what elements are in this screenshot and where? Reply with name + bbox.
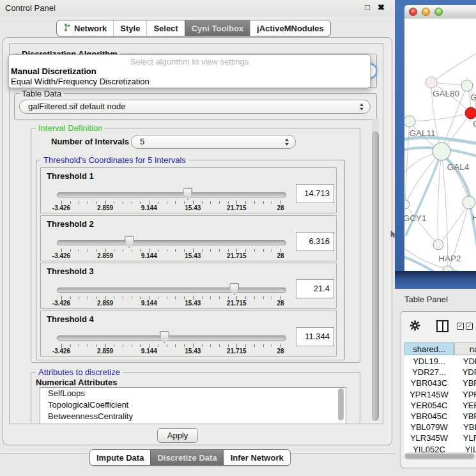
table-data-combo[interactable]: galFiltered.sif default node — [19, 100, 371, 114]
split-column-icon[interactable] — [436, 320, 449, 332]
bottom-tab-infer-network[interactable]: Infer Network — [224, 450, 290, 465]
bottom-tab-impute-data[interactable]: Impute Data — [90, 450, 150, 465]
node-bottom[interactable] — [443, 266, 453, 271]
node-red[interactable] — [465, 107, 476, 119]
slider-tick — [210, 296, 211, 299]
panel-title: Control Panel — [5, 3, 56, 13]
tab-jactivemnodules[interactable]: jActiveMNodules — [250, 20, 330, 36]
slider-tick — [175, 201, 176, 204]
table-row[interactable]: YBL079WYBL0 — [404, 422, 476, 433]
gear-icon[interactable] — [410, 320, 420, 334]
node-gal4[interactable] — [433, 142, 450, 160]
popup-option-equal-width-frequency-discretization[interactable]: Equal Width/Frequency Discretization — [11, 77, 150, 86]
table-row[interactable]: YLR345WYLR3 — [404, 433, 476, 444]
node-h[interactable] — [463, 196, 475, 209]
zoom-traffic-light-icon[interactable] — [434, 8, 443, 16]
tab-select[interactable]: Select — [146, 20, 184, 36]
threshold-slider-track[interactable] — [57, 288, 286, 293]
slider-tick — [254, 344, 255, 347]
slider-tick — [254, 249, 255, 252]
combo-stepper-icon[interactable] — [360, 104, 364, 111]
main-scrollbar-thumb[interactable] — [372, 132, 379, 420]
table-row[interactable]: YPR145WYPR1 — [404, 390, 476, 401]
slider-tick — [167, 344, 167, 347]
float-window-icon[interactable]: □ — [365, 3, 370, 12]
threshold-slider-thumb[interactable] — [229, 283, 239, 295]
node-gal80[interactable] — [461, 80, 473, 91]
slider-tick — [158, 344, 158, 347]
node-gcy1[interactable] — [404, 200, 410, 209]
threshold-slider-track[interactable] — [57, 335, 286, 341]
column-header-shared[interactable]: shared... — [404, 342, 454, 355]
thresholds-group-label: Threshold's Coordinates for 5 Intervals — [41, 155, 188, 165]
control-panel: Control Panel □ ✖ NetworkStyleSelectCyni… — [0, 0, 395, 476]
threshold-value-field[interactable]: 21.4 — [296, 279, 334, 298]
node-label-c: C — [473, 119, 476, 128]
cell-name: YDL1 — [454, 357, 476, 367]
spinner-stepper-icon[interactable] — [285, 139, 289, 146]
table-row[interactable]: YBR043CYBR0 — [404, 378, 476, 389]
threshold-box-4: Threshold 4-3.4262.8599.14415.4321.71528… — [40, 311, 337, 357]
table-row[interactable]: YDL19...YDL1 — [404, 357, 476, 367]
table-hscrollbar-thumb[interactable] — [405, 454, 474, 459]
threshold-slider-track[interactable] — [57, 192, 286, 197]
threshold-slider-thumb[interactable] — [125, 236, 134, 248]
attribute-item-topologicalcoefficient[interactable]: TopologicalCoefficient — [40, 399, 346, 411]
slider-tick-label: 9.144 — [141, 348, 157, 355]
slider-tick — [70, 201, 71, 204]
slider-tick-label: 2.859 — [97, 300, 113, 307]
slider-tick — [114, 201, 114, 204]
attributes-list-scrollbar[interactable] — [338, 388, 344, 420]
node-gal11[interactable] — [404, 116, 415, 127]
slider-tick — [219, 201, 220, 204]
node-label-h: H — [472, 213, 476, 222]
slider-tick — [140, 296, 141, 299]
tab-style[interactable]: Style — [113, 20, 146, 36]
node-hap2[interactable] — [433, 240, 443, 250]
slider-tick-label: 21.715 — [227, 300, 247, 307]
slider-tick — [245, 344, 246, 347]
slider-tick — [175, 249, 176, 252]
node-pink[interactable] — [426, 77, 437, 88]
tab-label: Cyni Toolbox — [192, 24, 243, 33]
table-row[interactable]: YBR045CYBR0 — [404, 411, 476, 422]
network-canvas[interactable]: GAL80GACGAL11GAL4GCY1HHAP2 — [404, 19, 476, 271]
cell-name: YER0 — [454, 401, 476, 411]
slider-tick — [79, 249, 79, 252]
tab-network[interactable]: Network — [57, 20, 113, 36]
number-of-intervals-spinner[interactable]: 5 — [131, 135, 296, 149]
cell-shared-name: YLR345W — [404, 433, 454, 444]
slider-tick — [272, 344, 272, 347]
slider-tick — [272, 296, 272, 299]
checkbox-icon[interactable]: ✓ — [466, 323, 473, 330]
slider-tick — [184, 249, 185, 252]
threshold-value-field[interactable]: 11.344 — [296, 327, 334, 346]
network-window-frame-bottom — [395, 271, 476, 289]
slider-tick — [96, 249, 97, 252]
close-icon[interactable]: ✖ — [378, 3, 385, 12]
threshold-box-3: Threshold 3-3.4262.8599.14415.4321.71528… — [40, 263, 337, 309]
threshold-label: Threshold 3 — [47, 266, 94, 276]
threshold-value-field[interactable]: 6.316 — [296, 232, 334, 251]
apply-button[interactable]: Apply — [157, 428, 198, 443]
table-row[interactable]: YDR27...YDR2 — [404, 367, 476, 378]
checkbox-icon[interactable]: ✓ — [457, 323, 464, 330]
popup-option-manual-discretization[interactable]: Manual Discretization — [11, 66, 96, 76]
threshold-slider-track[interactable] — [57, 240, 286, 245]
node-label-ga: GA — [470, 93, 476, 102]
threshold-slider-thumb[interactable] — [183, 188, 192, 200]
tab-cyni-toolbox[interactable]: Cyni Toolbox — [185, 20, 250, 36]
slider-tick — [123, 296, 123, 299]
slider-tick — [263, 201, 264, 204]
attribute-item-selfloops[interactable]: SelfLoops — [40, 388, 346, 399]
bottom-tab-discretize-data[interactable]: Discretize Data — [150, 450, 223, 465]
column-header-name[interactable]: na — [454, 342, 476, 355]
slider-tick-label: -3.426 — [52, 204, 70, 211]
slider-tick-label: 28 — [277, 204, 284, 211]
attribute-item-betweennesscentrality[interactable]: BetweennessCentrality — [40, 411, 346, 422]
close-traffic-light-icon[interactable] — [409, 8, 417, 16]
threshold-slider-thumb[interactable] — [160, 331, 169, 343]
threshold-value-field[interactable]: 14.713 — [296, 184, 334, 203]
minimize-traffic-light-icon[interactable] — [422, 8, 430, 16]
table-row[interactable]: YER054CYER0 — [404, 401, 476, 411]
